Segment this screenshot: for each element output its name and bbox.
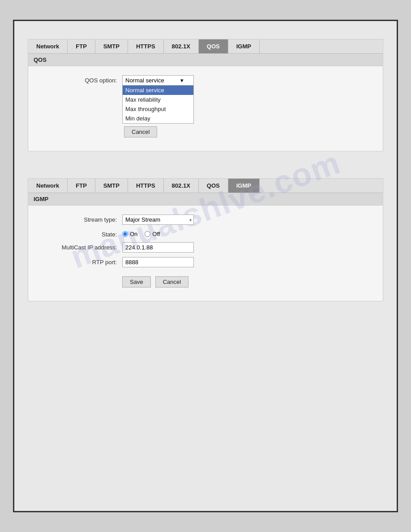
qos-section-header: QOS	[28, 54, 383, 66]
igmp-section-header: IGMP	[28, 193, 383, 206]
igmp-save-button[interactable]: Save	[122, 276, 151, 287]
stream-type-row: Stream type: Major Stream Sub Stream ▾	[42, 215, 369, 225]
stream-type-select[interactable]: Major Stream Sub Stream	[122, 215, 194, 225]
state-off-text: Off	[152, 231, 160, 237]
outer-border: manualshlve.com Network FTP SMTP HTTPS 8…	[13, 20, 398, 512]
state-off-label[interactable]: Off	[145, 231, 160, 237]
igmp-action-spacer	[42, 272, 122, 274]
qos-cancel-row: Cancel	[122, 126, 369, 137]
state-label: State:	[42, 229, 122, 238]
multicast-ip-row: MultiCast IP address:	[42, 242, 369, 253]
igmp-cancel-button[interactable]: Cancel	[155, 276, 188, 287]
qos-dropdown-display[interactable]: Normal service ▾	[122, 75, 194, 85]
tab-ftp-1[interactable]: FTP	[68, 39, 95, 53]
state-off-radio[interactable]	[145, 231, 150, 237]
qos-dropdown-list: Normal service Max reliability Max throu…	[122, 85, 194, 124]
igmp-tab-bar: Network FTP SMTP HTTPS 802.1X QOS IGMP	[28, 179, 383, 193]
qos-option-max-throughput[interactable]: Max throughput	[123, 104, 193, 114]
tab-smtp-1[interactable]: SMTP	[95, 39, 128, 53]
qos-option-normal-service[interactable]: Normal service	[123, 86, 193, 95]
multicast-ip-label: MultiCast IP address:	[42, 242, 122, 251]
igmp-action-row: Save Cancel	[42, 272, 369, 287]
tab-ftp-2[interactable]: FTP	[68, 179, 95, 193]
rtp-port-input[interactable]	[122, 257, 194, 267]
tab-https-1[interactable]: HTTPS	[128, 39, 164, 53]
igmp-action-control: Save Cancel	[122, 272, 369, 287]
multicast-ip-control	[122, 242, 369, 253]
stream-type-dropdown-wrapper: Major Stream Sub Stream ▾	[122, 215, 194, 225]
qos-dropdown-display-inner: Normal service ▾	[125, 77, 184, 84]
qos-dropdown-container: Normal service ▾ Normal service Max reli…	[122, 75, 194, 124]
stream-type-label: Stream type:	[42, 215, 122, 223]
state-on-text: On	[130, 231, 137, 237]
state-control: On Off	[122, 229, 369, 237]
state-on-label[interactable]: On	[122, 231, 137, 237]
rtp-port-label: RTP port:	[42, 257, 122, 266]
multicast-ip-input[interactable]	[122, 242, 194, 253]
state-on-radio[interactable]	[122, 231, 128, 237]
state-radio-group: On Off	[122, 229, 369, 237]
qos-option-row: QOS option: Normal service ▾ Normal serv…	[42, 75, 369, 137]
tab-network-2[interactable]: Network	[28, 179, 68, 193]
qos-panel: Network FTP SMTP HTTPS 802.1X QOS IGMP Q…	[28, 39, 383, 151]
qos-option-label: QOS option:	[42, 75, 122, 84]
tab-8021x-2[interactable]: 802.1X	[164, 179, 199, 193]
tab-smtp-2[interactable]: SMTP	[95, 179, 128, 193]
stream-type-control: Major Stream Sub Stream ▾	[122, 215, 369, 225]
qos-option-control: Normal service ▾ Normal service Max reli…	[122, 75, 369, 137]
tab-8021x-1[interactable]: 802.1X	[164, 39, 199, 53]
tab-qos-2[interactable]: QOS	[199, 179, 228, 193]
qos-cancel-button[interactable]: Cancel	[124, 126, 157, 137]
save-cancel-row: Save Cancel	[122, 276, 369, 287]
qos-dropdown-arrow-icon: ▾	[180, 77, 184, 84]
tab-igmp-2[interactable]: IGMP	[228, 179, 260, 193]
qos-panel-content: QOS option: Normal service ▾ Normal serv…	[28, 66, 383, 151]
qos-option-max-reliability[interactable]: Max reliability	[123, 95, 193, 104]
state-row: State: On Off	[42, 229, 369, 238]
tab-qos-1[interactable]: QOS	[199, 39, 228, 53]
tab-https-2[interactable]: HTTPS	[128, 179, 164, 193]
igmp-panel-content: Stream type: Major Stream Sub Stream ▾ S…	[28, 206, 383, 301]
rtp-port-control	[122, 257, 369, 267]
tab-igmp-1[interactable]: IGMP	[228, 39, 260, 53]
qos-tab-bar: Network FTP SMTP HTTPS 802.1X QOS IGMP	[28, 39, 383, 54]
qos-option-min-delay[interactable]: Min delay	[123, 114, 193, 123]
qos-dropdown-selected-text: Normal service	[125, 77, 164, 84]
rtp-port-row: RTP port:	[42, 257, 369, 267]
igmp-panel: Network FTP SMTP HTTPS 802.1X QOS IGMP I…	[28, 178, 383, 301]
tab-network-1[interactable]: Network	[28, 39, 68, 53]
